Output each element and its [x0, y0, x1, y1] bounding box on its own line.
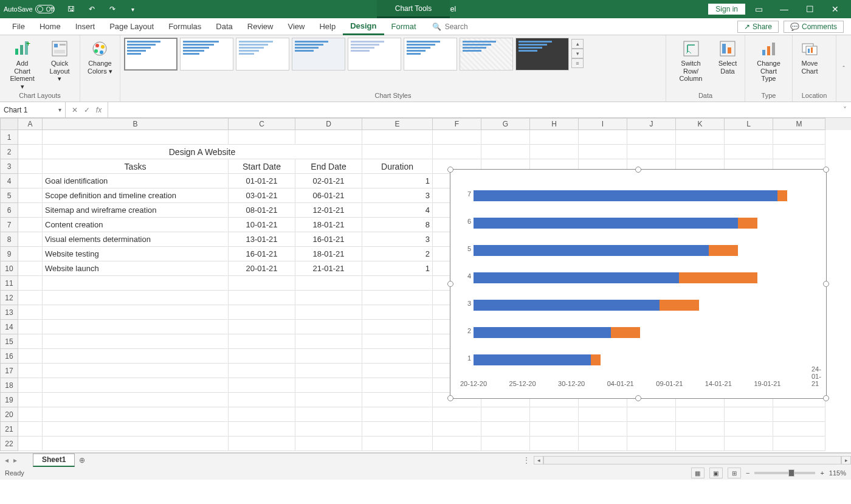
cell[interactable] [295, 305, 362, 320]
col-header-I[interactable]: I [579, 118, 627, 130]
cell[interactable] [362, 364, 433, 378]
cell[interactable] [229, 305, 295, 320]
row-header-16[interactable]: 16 [0, 349, 18, 364]
chart-style-8[interactable] [515, 38, 569, 71]
gallery-scroll-up[interactable]: ▴ [571, 39, 584, 49]
name-box[interactable]: Chart 1 ▾ [0, 102, 66, 117]
add-chart-element-button[interactable]: + Add Chart Element ▾ [4, 38, 41, 92]
fx-icon[interactable]: fx [96, 106, 102, 114]
row-header-18[interactable]: 18 [0, 378, 18, 393]
tab-help[interactable]: Help [312, 18, 343, 35]
cell[interactable] [295, 276, 362, 291]
cell[interactable] [18, 334, 43, 349]
close-icon[interactable]: ✕ [823, 1, 847, 17]
cell[interactable] [773, 422, 825, 437]
col-header-H[interactable]: H [530, 118, 579, 130]
col-header-G[interactable]: G [481, 118, 530, 130]
col-header-M[interactable]: M [773, 118, 825, 130]
cell[interactable]: 20-01-21 [229, 261, 295, 276]
cell[interactable] [773, 130, 825, 145]
cell[interactable] [43, 276, 229, 291]
cell[interactable] [18, 232, 43, 247]
cell[interactable]: Goal identification [43, 174, 229, 188]
cell[interactable] [362, 407, 433, 422]
cell[interactable] [773, 407, 825, 422]
gallery-more[interactable]: ≡ [571, 58, 584, 68]
cell[interactable]: 18-01-21 [295, 247, 362, 261]
cell[interactable] [362, 305, 433, 320]
row-header-12[interactable]: 12 [0, 291, 18, 305]
cell[interactable] [18, 305, 43, 320]
move-chart-button[interactable]: Move Chart [796, 38, 823, 76]
tell-me-search[interactable]: 🔍 Search [432, 22, 468, 31]
new-sheet-button[interactable]: ⊕ [75, 456, 89, 464]
chart-style-2[interactable] [180, 38, 233, 71]
autosave-toggle[interactable]: AutoSave Off [4, 5, 54, 13]
cell[interactable] [362, 320, 433, 334]
tab-home[interactable]: Home [32, 18, 68, 35]
row-header-5[interactable]: 5 [0, 188, 18, 203]
tab-data[interactable]: Data [208, 18, 239, 35]
col-header-K[interactable]: K [676, 118, 725, 130]
cell[interactable]: 2 [362, 247, 433, 261]
row-header-20[interactable]: 20 [0, 407, 18, 422]
cell[interactable] [433, 145, 481, 159]
col-header-D[interactable]: D [295, 118, 362, 130]
chart-style-3[interactable] [236, 38, 289, 71]
cell[interactable]: 8 [362, 218, 433, 232]
cell[interactable] [773, 145, 825, 159]
cell[interactable] [530, 407, 579, 422]
cell[interactable]: 08-01-21 [229, 203, 295, 218]
row-header-3[interactable]: 3 [0, 159, 18, 174]
change-chart-type-button[interactable]: Change Chart Type [749, 38, 788, 84]
cell[interactable] [229, 407, 295, 422]
cell[interactable] [295, 349, 362, 364]
cell[interactable] [362, 393, 433, 407]
cell[interactable] [18, 437, 43, 451]
cell[interactable] [18, 218, 43, 232]
cell[interactable]: 13-01-21 [229, 232, 295, 247]
row-header-1[interactable]: 1 [0, 130, 18, 145]
cell[interactable] [725, 145, 773, 159]
cell[interactable] [295, 393, 362, 407]
cell[interactable] [229, 393, 295, 407]
cell[interactable] [676, 422, 725, 437]
cell[interactable] [43, 407, 229, 422]
cell[interactable] [481, 130, 530, 145]
switch-row-column-button[interactable]: Switch Row/ Column [670, 38, 712, 84]
cell[interactable]: Website launch [43, 261, 229, 276]
col-header-C[interactable]: C [229, 118, 295, 130]
minimize-icon[interactable]: — [772, 1, 796, 17]
cell[interactable] [627, 130, 676, 145]
quick-layout-button[interactable]: Quick Layout ▾ [43, 38, 76, 84]
row-header-11[interactable]: 11 [0, 276, 18, 291]
cell[interactable] [362, 422, 433, 437]
cell[interactable] [725, 407, 773, 422]
cell[interactable]: Start Date [229, 159, 295, 174]
cell[interactable] [676, 437, 725, 451]
cell[interactable] [18, 407, 43, 422]
cancel-icon[interactable]: ✕ [72, 106, 78, 114]
cell[interactable]: 21-01-21 [295, 261, 362, 276]
cell[interactable] [43, 320, 229, 334]
cell[interactable] [295, 364, 362, 378]
cell[interactable] [18, 188, 43, 203]
cell[interactable] [433, 437, 481, 451]
expand-formula-bar-icon[interactable]: ˅ [839, 102, 851, 117]
horizontal-scrollbar[interactable]: ⋮ ◂▸ [523, 455, 851, 465]
sheet-tab-sheet1[interactable]: Sheet1 [33, 454, 75, 467]
cell[interactable] [530, 422, 579, 437]
row-header-13[interactable]: 13 [0, 305, 18, 320]
row-header-19[interactable]: 19 [0, 393, 18, 407]
formula-bar[interactable] [108, 102, 839, 117]
cell[interactable] [229, 378, 295, 393]
save-icon[interactable]: 🖫 [63, 1, 80, 17]
row-header-9[interactable]: 9 [0, 247, 18, 261]
tab-format[interactable]: Format [384, 18, 424, 35]
chevron-down-icon[interactable]: ▾ [58, 106, 61, 113]
row-header-4[interactable]: 4 [0, 174, 18, 188]
cell[interactable]: Visual elements determination [43, 232, 229, 247]
cell[interactable] [295, 378, 362, 393]
change-colors-button[interactable]: Change Colors ▾ [84, 38, 116, 76]
cell[interactable] [229, 320, 295, 334]
